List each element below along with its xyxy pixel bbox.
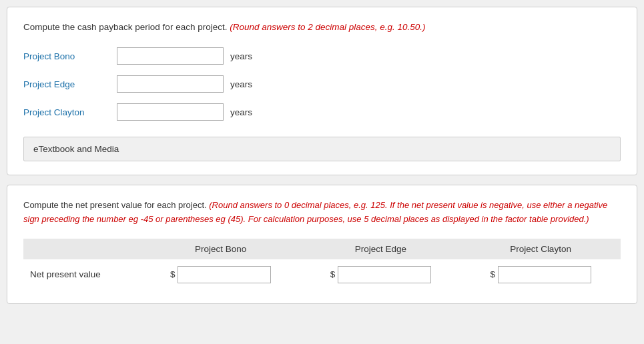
project-bono-input[interactable] bbox=[117, 47, 224, 65]
npv-bono-input[interactable] bbox=[178, 266, 271, 283]
project-edge-label: Project Edge bbox=[23, 79, 117, 89]
cash-payback-instruction: Compute the cash payback period for each… bbox=[23, 21, 621, 34]
project-edge-unit: years bbox=[230, 79, 252, 89]
npv-col-edge: Project Edge bbox=[301, 239, 461, 259]
npv-clayton-input-group: $ bbox=[490, 266, 591, 283]
npv-bono-cell: $ bbox=[141, 259, 301, 290]
instruction-italic-text: (Round answers to 2 decimal places, e.g.… bbox=[230, 22, 425, 32]
project-bono-label: Project Bono bbox=[23, 51, 117, 61]
npv-clayton-cell: $ bbox=[460, 259, 621, 290]
etextbook-label: eTextbook and Media bbox=[33, 144, 119, 154]
npv-bono-dollar: $ bbox=[170, 269, 176, 279]
npv-table-row: Net present value $ $ $ bbox=[23, 259, 621, 290]
npv-edge-dollar: $ bbox=[330, 269, 336, 279]
project-bono-row: Project Bono years bbox=[23, 47, 621, 65]
npv-col-empty bbox=[23, 239, 141, 259]
npv-col-bono: Project Bono bbox=[141, 239, 301, 259]
npv-edge-input-group: $ bbox=[330, 266, 432, 283]
npv-col-clayton: Project Clayton bbox=[460, 239, 621, 259]
npv-card: Compute the net present value for each p… bbox=[7, 185, 637, 304]
cash-payback-card: Compute the cash payback period for each… bbox=[7, 7, 637, 175]
npv-edge-cell: $ bbox=[301, 259, 461, 290]
project-edge-input[interactable] bbox=[117, 75, 224, 93]
npv-bono-input-group: $ bbox=[170, 266, 272, 283]
instruction-plain-text: Compute the cash payback period for each… bbox=[23, 22, 230, 32]
project-edge-row: Project Edge years bbox=[23, 75, 621, 93]
npv-table-header-row: Project Bono Project Edge Project Clayto… bbox=[23, 239, 621, 259]
npv-instruction: Compute the net present value for each p… bbox=[23, 199, 621, 227]
project-clayton-input[interactable] bbox=[117, 103, 224, 121]
npv-table: Project Bono Project Edge Project Clayto… bbox=[23, 239, 621, 290]
project-clayton-label: Project Clayton bbox=[23, 107, 117, 117]
project-clayton-unit: years bbox=[230, 107, 252, 117]
npv-instruction-plain: Compute the net present value for each p… bbox=[23, 200, 209, 210]
npv-row-label: Net present value bbox=[23, 259, 141, 290]
npv-clayton-input[interactable] bbox=[498, 266, 591, 283]
npv-edge-input[interactable] bbox=[338, 266, 431, 283]
project-clayton-row: Project Clayton years bbox=[23, 103, 621, 121]
etextbook-bar[interactable]: eTextbook and Media bbox=[23, 137, 621, 161]
npv-clayton-dollar: $ bbox=[490, 269, 495, 279]
project-bono-unit: years bbox=[230, 51, 252, 61]
